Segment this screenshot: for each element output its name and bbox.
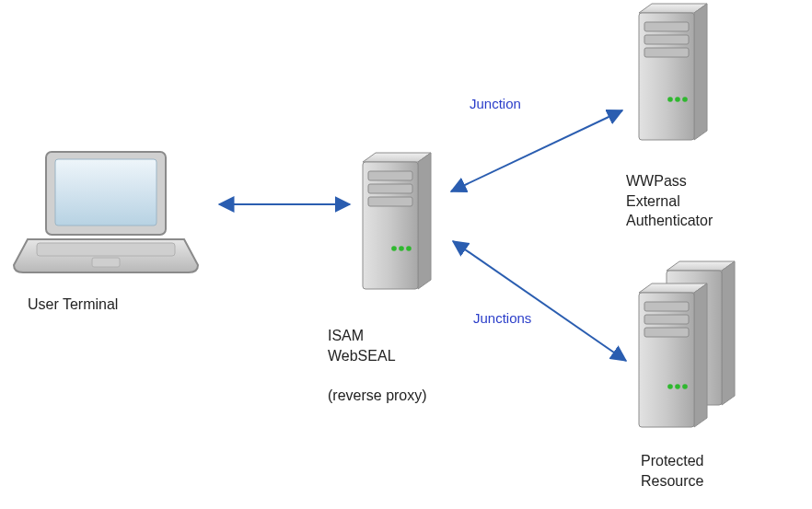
user-terminal-node: [9, 147, 203, 276]
wwpass-authenticator-node: [633, 0, 713, 145]
svg-point-9: [399, 246, 404, 251]
svg-point-24: [675, 384, 680, 389]
isam-webseal-node: [357, 149, 436, 295]
protected-resource-node: [633, 258, 742, 437]
svg-rect-1: [55, 159, 157, 226]
svg-rect-21: [644, 315, 689, 324]
svg-rect-2: [37, 243, 175, 256]
svg-rect-6: [368, 184, 412, 193]
server-icon: [357, 149, 436, 295]
svg-rect-22: [644, 328, 689, 337]
svg-point-10: [406, 246, 412, 251]
edge-isam-protected: [453, 241, 626, 361]
svg-rect-14: [644, 48, 689, 57]
svg-point-15: [667, 97, 673, 102]
edge-label-junctions: Junctions: [473, 309, 531, 328]
user-terminal-label: User Terminal: [28, 295, 118, 315]
svg-rect-7: [368, 197, 412, 206]
edge-isam-wwpass: [451, 110, 622, 191]
svg-point-25: [682, 384, 688, 389]
svg-point-17: [682, 97, 688, 102]
protected-resource-label: Protected Resource: [641, 451, 703, 491]
svg-rect-12: [644, 22, 689, 31]
svg-point-23: [667, 384, 673, 389]
svg-point-8: [391, 246, 397, 251]
svg-rect-13: [644, 35, 689, 44]
laptop-icon: [9, 147, 203, 276]
edge-label-junction: Junction: [470, 95, 521, 113]
svg-rect-4: [363, 162, 418, 289]
isam-webseal-label: ISAM WebSEAL (reverse proxy): [328, 326, 427, 405]
svg-rect-5: [368, 171, 412, 180]
svg-rect-11: [639, 13, 694, 140]
svg-rect-3: [92, 258, 120, 267]
svg-rect-19: [639, 293, 694, 427]
wwpass-authenticator-label: WWPass External Authenticator: [626, 171, 713, 231]
svg-rect-20: [644, 302, 689, 311]
server-cluster-icon: [633, 258, 742, 437]
svg-point-16: [675, 97, 680, 102]
server-icon: [633, 0, 713, 145]
